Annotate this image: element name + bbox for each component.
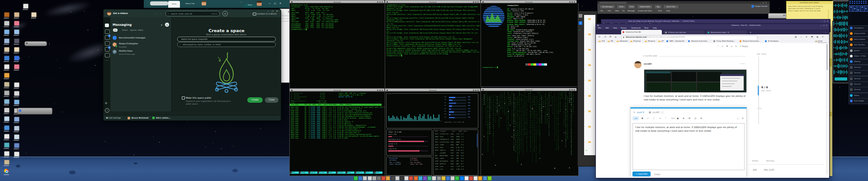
menu-tools[interactable]: Tools — [658, 10, 662, 12]
desktop-icon[interactable] — [4, 56, 9, 63]
browser-tab[interactable]: Wintercheck Inbox - B — [706, 30, 747, 34]
composer-toolbar-icon-8[interactable]: ⊞ — [689, 117, 690, 119]
gear-icon[interactable]: ⚙ — [105, 101, 107, 105]
minimize-icon[interactable] — [569, 1, 571, 3]
search-pill[interactable] — [150, 1, 168, 5]
calendar-icon[interactable] — [751, 5, 754, 8]
minimize-icon[interactable]: — — [821, 20, 823, 22]
fkey-f3[interactable]: F3Search — [308, 171, 317, 174]
composer-toolbar-icon-0[interactable]: B — [642, 117, 643, 119]
forward-icon[interactable]: › — [160, 12, 161, 15]
window-list-item[interactable]: Terra Lutheran — [849, 37, 868, 43]
desktop-icon[interactable] — [14, 152, 19, 159]
dock-icon[interactable] — [478, 176, 482, 181]
post-action-icon[interactable]: ▭ — [731, 45, 733, 48]
toolbar-icon-2[interactable]: ⬇ — [806, 36, 807, 38]
desktop-icon[interactable] — [14, 126, 19, 133]
fkey-f5[interactable]: F5Tree — [327, 171, 336, 174]
timeline-thumb[interactable] — [758, 86, 759, 95]
composer-toolbar-icon-10[interactable]: ⚙ — [700, 117, 702, 119]
post-action-icon[interactable]: ⚑ — [726, 45, 728, 48]
dock-icon[interactable] — [404, 176, 409, 181]
close-icon[interactable] — [382, 1, 383, 3]
menu-help[interactable]: Help — [666, 10, 670, 12]
desktop-pager[interactable] — [849, 5, 868, 11]
composer-mode-chip[interactable]: ▭A — [632, 116, 639, 120]
minimize-icon[interactable] — [377, 90, 378, 91]
dock-icon[interactable] — [441, 176, 446, 181]
write-button[interactable]: Write — [617, 5, 626, 9]
fkey-f6[interactable]: F6SortBy — [336, 171, 345, 174]
visualizer-window[interactable] — [833, 0, 850, 83]
minimize-icon[interactable] — [473, 90, 474, 91]
teams-icon[interactable] — [105, 29, 110, 34]
filter-icon[interactable]: ▼ — [161, 24, 162, 26]
desktop-icon[interactable] — [4, 151, 9, 158]
composer-toolbar-icon-5[interactable]: </> — [671, 117, 675, 119]
menu-go[interactable]: Go — [623, 10, 625, 12]
close-icon[interactable]: ✕ — [279, 2, 281, 5]
desktop-icon[interactable] — [4, 90, 9, 98]
create-button[interactable]: Create — [247, 97, 263, 103]
add-people-input[interactable]: ⌕Add people by name, number, or email — [177, 42, 276, 47]
more-icon[interactable]: ⋯ — [240, 0, 242, 3]
post-action-icon[interactable]: ♡ — [717, 45, 719, 48]
desktop-icon[interactable] — [4, 125, 9, 133]
list-item[interactable]: Recommended messages — [110, 35, 171, 42]
close-icon[interactable] — [574, 89, 575, 90]
fkey-f8[interactable]: F8Nice + — [355, 171, 364, 174]
composer-close-button[interactable]: Close — [654, 173, 660, 176]
fkey-f1[interactable]: F1Help — [290, 171, 299, 174]
bookmark-item[interactable]: Networks — [620, 40, 627, 42]
save-edit-button[interactable]: ✎ Save Edit — [632, 171, 651, 176]
tab-label[interactable]: Teams Chat — [185, 3, 194, 5]
add-icon[interactable]: + — [585, 149, 587, 152]
menu-help[interactable]: Help — [653, 27, 656, 29]
filter-tab-spaces[interactable]: Spaces — [129, 29, 138, 32]
bookmark-item[interactable]: UF — [661, 40, 664, 42]
tag-button[interactable]: Tag — [654, 5, 661, 9]
composer-toolbar-icon-9[interactable]: ☺ — [694, 117, 697, 119]
tab-list-button[interactable]: ⌄ — [825, 31, 826, 33]
screenshare-icon[interactable] — [105, 53, 110, 57]
desktop-icon[interactable] — [4, 160, 9, 167]
minimize-icon[interactable] — [377, 1, 378, 3]
window-list-item[interactable]: Thunderbird — [849, 25, 868, 31]
e911-label[interactable]: E911 settin... — [156, 117, 170, 119]
close-icon[interactable] — [477, 90, 479, 91]
window-list-item[interactable]: Terminal — [849, 70, 868, 76]
desktop-icon[interactable] — [4, 143, 9, 150]
desktop-icon[interactable] — [4, 47, 9, 54]
window-list-item[interactable]: Terminal — [849, 81, 868, 87]
search-input[interactable]: ⌕Search, meet, and callCtrl+K — [165, 11, 220, 16]
dock-icon[interactable] — [427, 176, 432, 181]
get-messages-button[interactable]: Get Messages — [599, 5, 615, 9]
tab-move[interactable]: Move — [244, 4, 256, 8]
fkey-f2[interactable]: F2Setup — [299, 171, 308, 174]
folder-row[interactable]: ⌄ — [585, 110, 586, 112]
toolbar-icon-5[interactable]: ≡ — [822, 36, 824, 38]
composer-post-ref[interactable]: post 6 — [637, 111, 644, 114]
scrollbar-thumb[interactable] — [826, 44, 828, 70]
window-menu-icon[interactable] — [291, 90, 292, 91]
dock-icon[interactable] — [409, 176, 413, 181]
window-list-item[interactable]: Webex — [849, 93, 868, 99]
dock-icon[interactable] — [414, 176, 418, 181]
dock-icon[interactable] — [432, 176, 436, 181]
close-icon[interactable]: ✕ — [826, 24, 827, 26]
list-item[interactable]: MIMoeller,IsaacActive 9 hours ago — [110, 49, 171, 56]
filter-tab-public[interactable]: Public — [137, 29, 145, 32]
statusbar-user[interactable]: Bruce McIntosh — [132, 117, 149, 119]
list-item[interactable]: Stowe,ChristopherAvailable — [110, 42, 171, 48]
quick-filter-button[interactable]: Quick Filter — [663, 5, 679, 9]
dock-icon[interactable] — [372, 176, 377, 181]
maximize-icon[interactable]: ▢ — [272, 10, 274, 12]
menu-view[interactable]: View — [613, 27, 617, 29]
terminal-df[interactable]: Terminaltomw@optiplex:~$ diFilesystem Si… — [289, 0, 384, 87]
status-label[interactable]: Set a status — [113, 12, 128, 14]
terminal-neofetch[interactable]: Terminaltomw@optiplex--------------OS: X… — [481, 0, 576, 86]
menu-file[interactable]: File — [600, 10, 603, 12]
window-list-item[interactable]: Webex - CF Bre — [849, 53, 868, 59]
dock-icon[interactable] — [450, 176, 455, 181]
post-screenshot-image[interactable] — [644, 69, 747, 93]
